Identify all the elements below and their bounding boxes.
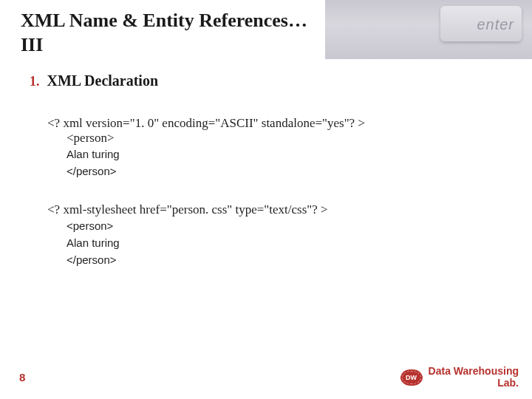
code-block-2: <? xml-stylesheet href="person. css" typ… (47, 202, 502, 269)
dw-logo-icon: DW (400, 369, 423, 386)
section-heading: 1. XML Declaration (30, 72, 502, 89)
xml-stylesheet-line: <? xml-stylesheet href="person. css" typ… (47, 202, 502, 217)
dw-label-line-2: Lab. (497, 377, 519, 389)
xml-declaration-line: <? xml version="1. 0" encoding="ASCII" s… (47, 116, 502, 131)
person-open-tag: <person> (66, 131, 502, 146)
slide-header: enter XML Name & Entity References… III (0, 0, 532, 59)
dw-label-line-1: Data Warehousing (429, 365, 519, 377)
person-close-tag: </person> (66, 163, 502, 180)
dw-logo-text: DW (406, 374, 417, 381)
title-line-2: III (21, 34, 43, 55)
footer-branding: DW Data Warehousing Lab. (400, 366, 519, 389)
person-body-text: Alan turing (66, 146, 502, 163)
person-open-tag-2: <person> (66, 217, 502, 234)
page-number: 8 (19, 371, 25, 383)
code-block-1: <? xml version="1. 0" encoding="ASCII" s… (47, 116, 502, 180)
person-close-tag-2: </person> (66, 251, 502, 268)
dw-lab-label: Data Warehousing Lab. (429, 366, 519, 389)
slide-title: XML Name & Entity References… III (21, 9, 511, 57)
title-line-1: XML Name & Entity References… (21, 10, 307, 31)
slide-footer: 8 DW Data Warehousing Lab. (0, 366, 532, 389)
slide-content: 1. XML Declaration <? xml version="1. 0"… (0, 59, 532, 268)
person-body-text-2: Alan turing (66, 234, 502, 251)
section-number: 1. (30, 74, 40, 89)
section-title: XML Declaration (47, 72, 159, 89)
